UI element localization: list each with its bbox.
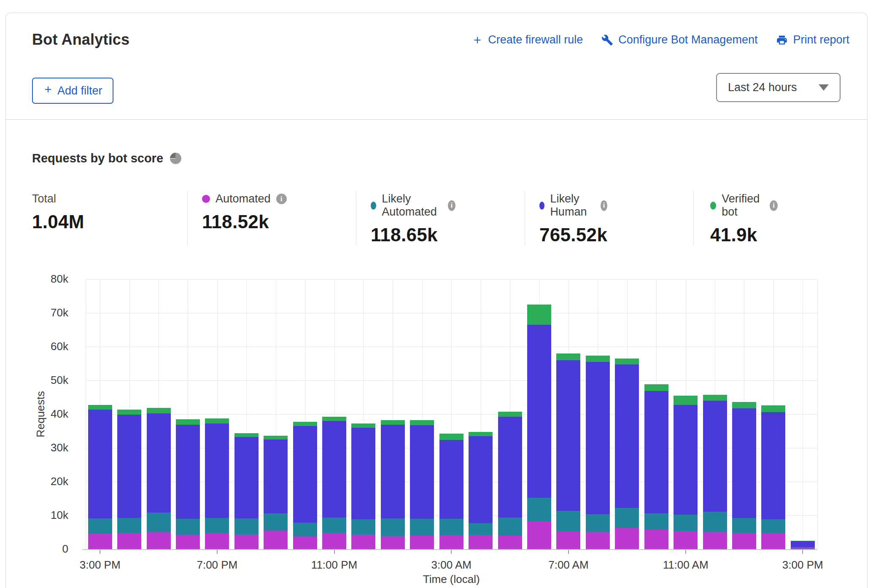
bar-segment-verified-bot[interactable] — [674, 396, 698, 405]
bar-segment-likely-automated[interactable] — [498, 518, 522, 536]
bar-segment-verified-bot[interactable] — [381, 420, 405, 424]
bar-segment-automated[interactable] — [351, 534, 375, 549]
bar-segment-automated[interactable] — [469, 535, 493, 549]
bar-segment-likely-automated[interactable] — [117, 518, 141, 534]
bar-segment-likely-human[interactable] — [732, 408, 756, 518]
bar-segment-automated[interactable] — [117, 533, 141, 549]
bar-segment-likely-human[interactable] — [293, 426, 317, 523]
bar-segment-likely-automated[interactable] — [381, 518, 405, 536]
bar-segment-automated[interactable] — [761, 533, 785, 549]
bar-segment-likely-human[interactable] — [351, 428, 375, 519]
bar-segment-likely-human[interactable] — [381, 425, 405, 518]
bar-segment-likely-automated[interactable] — [791, 547, 815, 548]
bar-segment-verified-bot[interactable] — [732, 402, 756, 408]
x-tick-mark — [802, 550, 803, 554]
bar-segment-likely-human[interactable] — [205, 423, 229, 518]
bar-segment-likely-human[interactable] — [469, 436, 493, 523]
bar-segment-likely-human[interactable] — [410, 425, 434, 519]
bar-segment-likely-automated[interactable] — [615, 508, 639, 528]
bar-segment-verified-bot[interactable] — [351, 423, 375, 428]
bar-segment-likely-human[interactable] — [556, 360, 580, 511]
bar-segment-automated[interactable] — [205, 533, 229, 549]
bar-segment-likely-automated[interactable] — [205, 518, 229, 533]
bar-segment-verified-bot[interactable] — [176, 419, 200, 425]
bar-segment-likely-human[interactable] — [234, 437, 259, 518]
bar-segment-verified-bot[interactable] — [264, 436, 288, 440]
bar-segment-verified-bot[interactable] — [322, 417, 346, 421]
bar-segment-likely-automated[interactable] — [234, 518, 259, 534]
bar-segment-likely-automated[interactable] — [469, 523, 493, 535]
bar-segment-likely-automated[interactable] — [88, 518, 112, 534]
bar-segment-likely-human[interactable] — [498, 417, 522, 517]
bar-segment-likely-automated[interactable] — [732, 518, 756, 533]
bar-segment-verified-bot[interactable] — [205, 418, 229, 423]
bar-segment-automated[interactable] — [147, 532, 171, 549]
bar-segment-verified-bot[interactable] — [644, 384, 668, 391]
bar-segment-automated[interactable] — [410, 536, 434, 549]
bar-segment-automated[interactable] — [88, 534, 112, 549]
bar-segment-verified-bot[interactable] — [703, 395, 727, 401]
bar-segment-verified-bot[interactable] — [439, 434, 463, 440]
bar-segment-automated[interactable] — [674, 531, 698, 549]
bar-segment-automated[interactable] — [556, 531, 580, 549]
bar-segment-likely-automated[interactable] — [674, 515, 698, 531]
bar-segment-likely-automated[interactable] — [761, 519, 785, 534]
bar-segment-likely-human[interactable] — [88, 410, 112, 518]
bar-segment-likely-human[interactable] — [322, 421, 346, 518]
bar-segment-automated[interactable] — [732, 533, 756, 549]
bar-segment-likely-automated[interactable] — [556, 511, 580, 531]
bar-segment-likely-automated[interactable] — [351, 519, 375, 534]
bar-segment-likely-human[interactable] — [703, 401, 727, 512]
bar-segment-likely-automated[interactable] — [439, 519, 463, 535]
bar-segment-verified-bot[interactable] — [410, 420, 434, 425]
bar-segment-automated[interactable] — [381, 536, 405, 549]
bar-segment-likely-human[interactable] — [761, 412, 785, 519]
bar-segment-likely-automated[interactable] — [264, 513, 288, 531]
bar-segment-automated[interactable] — [615, 528, 639, 549]
bar-segment-verified-bot[interactable] — [556, 353, 580, 360]
bar-segment-automated[interactable] — [498, 536, 522, 549]
bar-segment-likely-automated[interactable] — [410, 519, 434, 536]
bar-segment-automated[interactable] — [322, 533, 346, 549]
bar-segment-likely-human[interactable] — [527, 325, 551, 498]
bar-segment-likely-automated[interactable] — [644, 513, 668, 530]
bar-segment-verified-bot[interactable] — [761, 405, 785, 412]
bar-segment-verified-bot[interactable] — [615, 359, 639, 364]
bar-segment-automated[interactable] — [527, 521, 551, 549]
bar-segment-verified-bot[interactable] — [117, 410, 141, 415]
bar-segment-likely-human[interactable] — [264, 440, 288, 513]
bar-segment-likely-automated[interactable] — [293, 523, 317, 537]
bar-segment-likely-automated[interactable] — [703, 512, 727, 532]
bar-segment-likely-human[interactable] — [147, 413, 171, 512]
bar-segment-verified-bot[interactable] — [88, 405, 112, 410]
bar-segment-verified-bot[interactable] — [527, 305, 551, 325]
bar-segment-automated[interactable] — [586, 532, 610, 549]
bar-segment-automated[interactable] — [264, 531, 288, 549]
bar-segment-likely-human[interactable] — [586, 362, 610, 514]
bar-segment-automated[interactable] — [644, 530, 668, 549]
bar-segment-likely-human[interactable] — [615, 364, 639, 508]
bar-segment-automated[interactable] — [439, 535, 463, 549]
bar-segment-likely-automated[interactable] — [176, 519, 200, 535]
bar-segment-likely-automated[interactable] — [147, 512, 171, 532]
bar-segment-automated[interactable] — [176, 535, 200, 549]
bar-segment-verified-bot[interactable] — [586, 356, 610, 362]
bar-segment-verified-bot[interactable] — [791, 541, 815, 541]
bar-segment-likely-human[interactable] — [439, 440, 463, 519]
bar-segment-likely-human[interactable] — [791, 541, 815, 547]
bar-segment-verified-bot[interactable] — [469, 432, 493, 436]
bar-segment-likely-human[interactable] — [117, 415, 141, 518]
bar-segment-likely-human[interactable] — [176, 425, 200, 519]
bar-segment-verified-bot[interactable] — [147, 408, 171, 413]
bar-segment-verified-bot[interactable] — [293, 422, 317, 426]
bar-segment-likely-human[interactable] — [644, 391, 668, 513]
bar-segment-verified-bot[interactable] — [498, 412, 522, 417]
bar-segment-likely-automated[interactable] — [322, 518, 346, 533]
bar-segment-likely-automated[interactable] — [586, 514, 610, 532]
bar-segment-automated[interactable] — [293, 537, 317, 549]
bar-segment-automated[interactable] — [234, 534, 259, 549]
bar-segment-automated[interactable] — [703, 532, 727, 549]
bar-segment-likely-automated[interactable] — [527, 498, 551, 521]
bar-segment-verified-bot[interactable] — [234, 433, 259, 437]
bar-segment-likely-human[interactable] — [674, 405, 698, 515]
